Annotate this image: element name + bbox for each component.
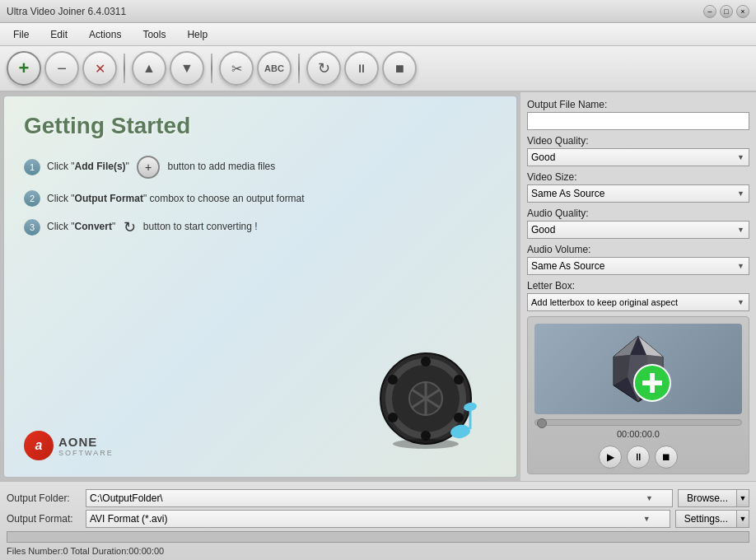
svg-point-9 [454,375,464,385]
aone-circle-icon: a [24,431,54,460]
menu-help[interactable]: Help [177,26,217,44]
seek-handle[interactable] [537,418,547,428]
settings-button[interactable]: Settings... ▼ [675,510,749,528]
menu-edit[interactable]: Edit [40,26,77,44]
preview-box [534,324,742,414]
restore-button[interactable]: □ [720,5,733,18]
output-folder-input[interactable] [86,489,673,507]
move-up-button[interactable]: ▲ [132,51,166,86]
step-1-text: Click "Add File(s)" + button to add medi… [47,156,275,179]
status-bar: Files Number:0 Total Duration:00:00:00 [7,546,749,556]
seek-bar[interactable] [534,419,742,426]
getting-started-title: Getting Started [24,113,497,139]
audio-quality-select-wrapper: Good Better Best Custom [527,221,749,239]
audio-volume-label: Audio Volume: [527,244,749,255]
output-folder-combo-wrapper [86,489,673,507]
output-format-combo-wrapper: AVI Format (*.avi) MP4 Format (*.mp4) WM… [86,510,670,528]
browse-main-button[interactable]: Browse... [678,489,736,507]
output-file-name-field: Output File Name: [527,99,749,130]
svg-point-6 [421,357,431,366]
progress-bar-container [7,531,749,543]
remove-file-button[interactable]: − [44,51,79,86]
video-size-select[interactable]: Same As Source 320x240 640x480 1280x720 … [527,184,749,203]
output-file-name-input[interactable] [527,112,749,130]
toolbar-separator-1 [124,54,125,83]
time-display: 00:00:00.0 [617,429,660,439]
letter-box-select[interactable]: Add letterbox to keep original aspect St… [527,293,749,311]
menubar: File Edit Actions Tools Help [0,23,756,46]
step-3: 3 Click "Convert" ↻ button to start conv… [24,218,497,236]
browse-button[interactable]: Browse... ▼ [678,489,749,507]
audio-volume-field: Audio Volume: Same As Source 25% 50% 75%… [527,244,749,275]
output-format-row: Output Format: AVI Format (*.avi) MP4 Fo… [7,510,749,528]
video-quality-select-wrapper: Good Better Best Custom [527,148,749,166]
stop-button[interactable]: ⏹ [382,51,417,86]
step-1-number: 1 [24,159,40,175]
move-down-button[interactable]: ▼ [170,51,204,86]
bottom-area: Output Folder: Browse... ▼ Output Format… [0,481,756,560]
menu-actions[interactable]: Actions [79,26,131,44]
rename-button[interactable]: ABC [257,51,292,86]
preview-panel: 00:00:00.0 ▶ ⏸ ⏹ [527,316,749,474]
right-panel: Output File Name: Video Quality: Good Be… [520,92,756,481]
audio-volume-select-wrapper: Same As Source 25% 50% 75% 100% [527,257,749,275]
menu-file[interactable]: File [3,26,39,44]
close-button[interactable]: × [736,5,749,18]
titlebar: Ultra Video Joiner 6.4.0311 – □ × [0,0,756,23]
step-3-text: Click "Convert" ↻ button to start conver… [47,218,258,236]
video-size-field: Video Size: Same As Source 320x240 640x4… [527,171,749,203]
browse-arrow-button[interactable]: ▼ [736,489,749,507]
video-size-select-wrapper: Same As Source 320x240 640x480 1280x720 … [527,184,749,203]
toolbar-separator-2 [211,54,212,83]
menu-tools[interactable]: Tools [133,26,175,44]
svg-point-11 [454,413,464,422]
clear-button[interactable]: ✕ [82,51,117,86]
aone-logo: a AONE SOFTWARE [24,431,114,460]
step-3-number: 3 [24,219,40,236]
svg-rect-24 [642,380,662,385]
letter-box-select-wrapper: Add letterbox to keep original aspect St… [527,293,749,311]
pause-button[interactable]: ⏸ [344,51,379,86]
settings-arrow-button[interactable]: ▼ [736,510,749,528]
output-format-label: Output Format: [7,513,81,525]
add-file-button[interactable]: + [7,51,41,86]
step-2-text: Click "Output Format" combox to choose a… [47,193,305,204]
app-icon [601,332,675,406]
output-folder-label: Output Folder: [7,492,81,504]
aone-sub: SOFTWARE [58,449,114,457]
audio-volume-select[interactable]: Same As Source 25% 50% 75% 100% [527,257,749,275]
window-title: Ultra Video Joiner 6.4.0311 [7,6,126,17]
video-quality-field: Video Quality: Good Better Best Custom [527,135,749,166]
toolbar-separator-3 [298,54,300,83]
minimize-button[interactable]: – [703,5,716,18]
output-folder-row: Output Folder: Browse... ▼ [7,489,749,507]
film-decoration [368,337,483,452]
main-content: Getting Started 1 Click "Add File(s)" + … [0,92,756,481]
getting-started-panel: Getting Started 1 Click "Add File(s)" + … [3,96,517,478]
settings-main-button[interactable]: Settings... [675,510,736,528]
window-controls: – □ × [703,5,749,18]
step-2-number: 2 [24,190,40,207]
svg-point-8 [388,375,398,385]
add-files-icon: + [137,156,160,179]
pause-preview-button[interactable]: ⏸ [627,446,650,469]
refresh-button[interactable]: ↻ [306,51,341,86]
convert-icon: ↻ [124,218,136,236]
step-1: 1 Click "Add File(s)" + button to add me… [24,156,497,179]
cut-button[interactable]: ✂ [219,51,254,86]
output-format-select[interactable]: AVI Format (*.avi) MP4 Format (*.mp4) WM… [86,510,670,528]
play-button[interactable]: ▶ [599,446,622,469]
video-quality-select[interactable]: Good Better Best Custom [527,148,749,166]
aone-text: AONE SOFTWARE [58,435,114,457]
status-text: Files Number:0 Total Duration:00:00:00 [7,546,164,556]
audio-quality-select[interactable]: Good Better Best Custom [527,221,749,239]
svg-point-10 [388,413,398,422]
letter-box-field: Letter Box: Add letterbox to keep origin… [527,280,749,311]
aone-brand: AONE [58,435,114,449]
video-size-label: Video Size: [527,171,749,183]
stop-preview-button[interactable]: ⏹ [655,446,678,469]
audio-quality-field: Audio Quality: Good Better Best Custom [527,208,749,239]
letter-box-label: Letter Box: [527,280,749,292]
output-file-name-label: Output File Name: [527,99,749,110]
video-quality-label: Video Quality: [527,135,749,147]
